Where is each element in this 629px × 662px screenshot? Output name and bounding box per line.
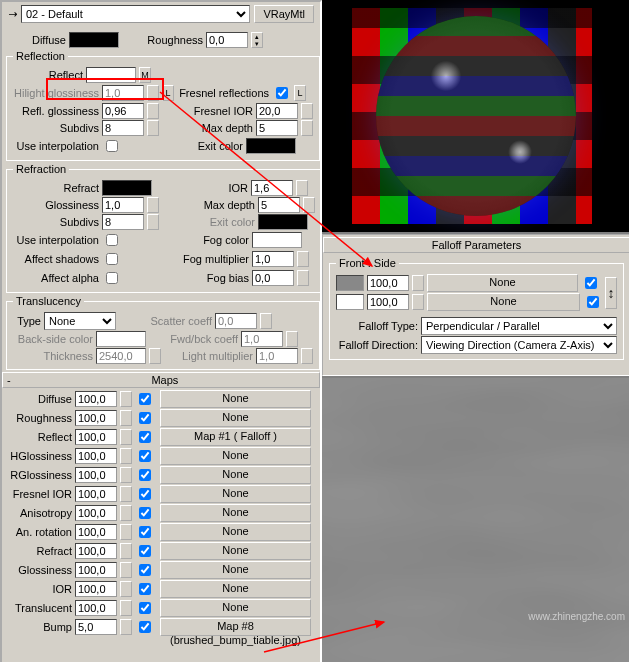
map-slot-button[interactable]: Map #8 (brushed_bump_tiable.jpg) xyxy=(160,618,311,636)
swap-button[interactable]: ↕ xyxy=(605,277,617,309)
map-amount-input[interactable] xyxy=(75,505,117,521)
reflect-swatch[interactable] xyxy=(86,67,136,83)
spinner-icon[interactable] xyxy=(296,180,308,196)
side-enable-checkbox[interactable] xyxy=(587,296,599,308)
map-amount-input[interactable] xyxy=(75,486,117,502)
side-value[interactable] xyxy=(367,294,409,310)
map-amount-input[interactable] xyxy=(75,543,117,559)
map-slot-button[interactable]: None xyxy=(160,504,311,522)
refr-subdivs-input[interactable] xyxy=(102,214,144,230)
side-map-slot[interactable]: None xyxy=(427,293,580,311)
refr-interp-checkbox[interactable] xyxy=(106,234,118,246)
map-enable-checkbox[interactable] xyxy=(139,564,151,576)
map-amount-input[interactable] xyxy=(75,600,117,616)
spinner-icon[interactable] xyxy=(297,270,309,286)
spinner-icon[interactable] xyxy=(120,600,132,616)
spinner-icon[interactable] xyxy=(120,543,132,559)
refl-exit-swatch[interactable] xyxy=(246,138,296,154)
spinner-icon[interactable] xyxy=(120,524,132,540)
spinner-icon[interactable] xyxy=(120,410,132,426)
spinner-icon[interactable] xyxy=(147,85,159,101)
dropper-icon[interactable]: ↘ xyxy=(5,6,21,22)
refl-gloss-input[interactable] xyxy=(102,103,144,119)
spinner-icon[interactable] xyxy=(120,581,132,597)
map-amount-input[interactable] xyxy=(75,448,117,464)
map-enable-checkbox[interactable] xyxy=(139,393,151,405)
roughness-input[interactable] xyxy=(206,32,248,48)
map-slot-button[interactable]: None xyxy=(160,390,311,408)
spinner-icon[interactable] xyxy=(301,120,313,136)
spinner-icon[interactable]: ▴▾ xyxy=(251,32,263,48)
map-enable-checkbox[interactable] xyxy=(139,545,151,557)
map-slot-button[interactable]: None xyxy=(160,542,311,560)
spinner-icon[interactable] xyxy=(412,294,424,310)
refl-subdivs-input[interactable] xyxy=(102,120,144,136)
spinner-icon[interactable] xyxy=(120,429,132,445)
material-dropdown[interactable]: 02 - Default xyxy=(21,5,250,23)
spinner-icon[interactable] xyxy=(120,562,132,578)
map-amount-input[interactable] xyxy=(75,391,117,407)
map-slot-button[interactable]: Map #1 ( Falloff ) xyxy=(160,428,311,446)
map-enable-checkbox[interactable] xyxy=(139,488,151,500)
refr-exit-swatch[interactable] xyxy=(258,214,308,230)
fog-mult-input[interactable] xyxy=(252,251,294,267)
spinner-icon[interactable] xyxy=(120,619,132,635)
spinner-icon[interactable] xyxy=(120,486,132,502)
map-slot-button[interactable]: None xyxy=(160,523,311,541)
reflect-map-button[interactable]: M xyxy=(139,67,151,83)
map-enable-checkbox[interactable] xyxy=(139,412,151,424)
map-amount-input[interactable] xyxy=(75,429,117,445)
map-amount-input[interactable] xyxy=(75,467,117,483)
refr-gloss-input[interactable] xyxy=(102,197,144,213)
spinner-icon[interactable] xyxy=(147,197,159,213)
material-type-button[interactable]: VRayMtl xyxy=(254,5,314,23)
map-enable-checkbox[interactable] xyxy=(139,583,151,595)
map-enable-checkbox[interactable] xyxy=(139,507,151,519)
front-swatch[interactable] xyxy=(336,275,364,291)
fog-bias-input[interactable] xyxy=(252,270,294,286)
side-swatch[interactable] xyxy=(336,294,364,310)
refract-swatch[interactable] xyxy=(102,180,152,196)
spinner-icon[interactable] xyxy=(147,214,159,230)
map-slot-button[interactable]: None xyxy=(160,485,311,503)
backside-swatch[interactable] xyxy=(96,331,146,347)
map-amount-input[interactable] xyxy=(75,410,117,426)
map-enable-checkbox[interactable] xyxy=(139,526,151,538)
spinner-icon[interactable] xyxy=(120,448,132,464)
spinner-icon[interactable] xyxy=(120,391,132,407)
spinner-icon[interactable] xyxy=(297,251,309,267)
map-slot-button[interactable]: None xyxy=(160,466,311,484)
affect-alpha-checkbox[interactable] xyxy=(106,272,118,284)
fresnel-ior-input[interactable] xyxy=(256,103,298,119)
front-value[interactable] xyxy=(367,275,409,291)
map-enable-checkbox[interactable] xyxy=(139,469,151,481)
maps-rollout-header[interactable]: -Maps xyxy=(2,372,320,388)
front-enable-checkbox[interactable] xyxy=(585,277,597,289)
map-enable-checkbox[interactable] xyxy=(139,450,151,462)
ior-input[interactable] xyxy=(251,180,293,196)
spinner-icon[interactable] xyxy=(260,313,272,329)
spinner-icon[interactable] xyxy=(149,348,161,364)
map-amount-input[interactable] xyxy=(75,581,117,597)
spinner-icon[interactable] xyxy=(301,103,313,119)
spinner-icon[interactable] xyxy=(120,467,132,483)
spinner-icon[interactable] xyxy=(412,275,424,291)
refl-interp-checkbox[interactable] xyxy=(106,140,118,152)
spinner-icon[interactable] xyxy=(301,348,313,364)
fresnel-lock[interactable]: L xyxy=(294,85,306,101)
front-map-slot[interactable]: None xyxy=(427,274,578,292)
spinner-icon[interactable] xyxy=(303,197,315,213)
fresnel-checkbox[interactable] xyxy=(276,87,288,99)
falloff-type-select[interactable]: Perpendicular / Parallel xyxy=(421,317,617,335)
map-enable-checkbox[interactable] xyxy=(139,431,151,443)
trans-type-select[interactable]: None xyxy=(44,312,116,330)
fog-color-swatch[interactable] xyxy=(252,232,302,248)
map-enable-checkbox[interactable] xyxy=(139,602,151,614)
diffuse-swatch[interactable] xyxy=(69,32,119,48)
refl-maxdepth-input[interactable] xyxy=(256,120,298,136)
map-slot-button[interactable]: None xyxy=(160,409,311,427)
map-enable-checkbox[interactable] xyxy=(139,621,151,633)
falloff-dir-select[interactable]: Viewing Direction (Camera Z-Axis) xyxy=(421,336,617,354)
map-slot-button[interactable]: None xyxy=(160,561,311,579)
affect-shadows-checkbox[interactable] xyxy=(106,253,118,265)
